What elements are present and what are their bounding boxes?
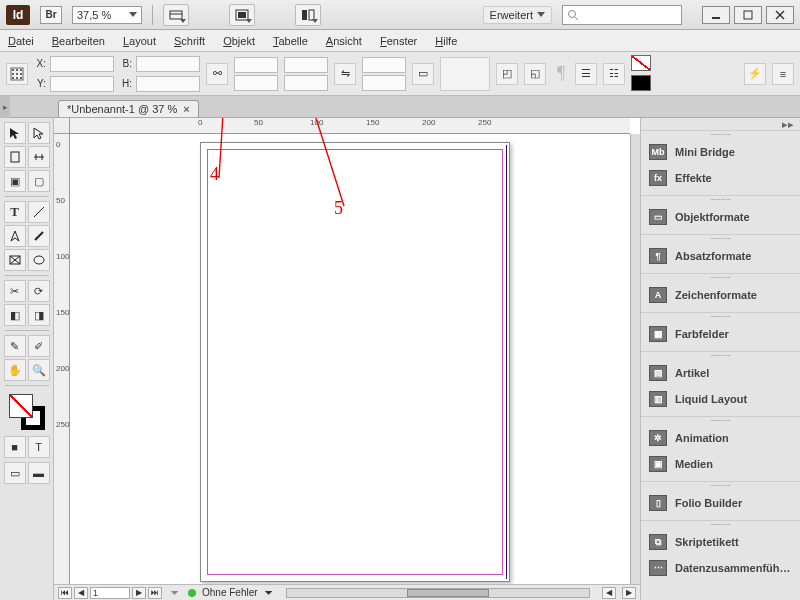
text-wrap-icon[interactable]: ◰: [496, 63, 518, 85]
panel-grip[interactable]: [641, 196, 800, 204]
panel-item[interactable]: ¶Absatzformate: [641, 243, 800, 269]
zoom-tool[interactable]: 🔍: [28, 359, 50, 381]
gradient-feather-tool[interactable]: ◨: [28, 304, 50, 326]
pencil-tool[interactable]: [28, 225, 50, 247]
selection-tool[interactable]: [4, 122, 26, 144]
rectangle-frame-tool[interactable]: [4, 249, 26, 271]
panel-item[interactable]: ▦Farbfelder: [641, 321, 800, 347]
content-placer-tool[interactable]: ▢: [28, 170, 50, 192]
prev-page-button[interactable]: ◀: [74, 587, 88, 599]
menu-layout[interactable]: Layout: [123, 35, 156, 47]
stroke-style-input[interactable]: [362, 75, 406, 91]
distribute-icon[interactable]: ☷: [603, 63, 625, 85]
h-input[interactable]: [136, 76, 200, 92]
preview-button[interactable]: ▬: [28, 462, 50, 484]
scissors-tool[interactable]: ✂: [4, 280, 26, 302]
fill-stroke-swap[interactable]: [9, 394, 45, 430]
menu-file[interactable]: Datei: [8, 35, 34, 47]
menu-type[interactable]: Schrift: [174, 35, 205, 47]
panel-item[interactable]: MbMini Bridge: [641, 139, 800, 165]
page-number-input[interactable]: 1: [90, 587, 130, 599]
panel-grip[interactable]: [641, 352, 800, 360]
document-canvas[interactable]: [70, 134, 630, 584]
arrange-button[interactable]: [295, 4, 321, 26]
close-button[interactable]: [766, 6, 794, 24]
x-input[interactable]: [50, 56, 114, 72]
rectangle-tool[interactable]: [28, 249, 50, 271]
document-tab[interactable]: *Unbenannt-1 @ 37 % ×: [58, 100, 199, 117]
transform-tool[interactable]: ⟳: [28, 280, 50, 302]
stroke-swatch[interactable]: [631, 75, 651, 91]
menu-help[interactable]: Hilfe: [435, 35, 457, 47]
line-tool[interactable]: [28, 201, 50, 223]
w-input[interactable]: [136, 56, 200, 72]
panel-item[interactable]: ▥Liquid Layout: [641, 386, 800, 412]
apply-text-button[interactable]: T: [28, 436, 50, 458]
opacity-group[interactable]: [440, 57, 490, 91]
dock-handle-left[interactable]: ▸: [0, 96, 10, 118]
zoom-select[interactable]: 37,5 %: [72, 6, 142, 24]
last-page-button[interactable]: ⏭: [148, 587, 162, 599]
stroke-weight-input[interactable]: [362, 57, 406, 73]
apply-color-button[interactable]: ■: [4, 436, 26, 458]
menu-view[interactable]: Ansicht: [326, 35, 362, 47]
constrain-icon[interactable]: ⚯: [206, 63, 228, 85]
panel-grip[interactable]: [641, 131, 800, 139]
content-collector-tool[interactable]: ▣: [4, 170, 26, 192]
panel-grip[interactable]: [641, 235, 800, 243]
preflight-menu-icon[interactable]: ⏷: [264, 587, 274, 598]
panel-grip[interactable]: [641, 417, 800, 425]
scroll-left-button[interactable]: ◀: [602, 587, 616, 599]
maximize-button[interactable]: [734, 6, 762, 24]
rotate-input[interactable]: [284, 57, 328, 73]
panel-item[interactable]: ▭Objektformate: [641, 204, 800, 230]
hand-tool[interactable]: ✋: [4, 359, 26, 381]
panel-item[interactable]: ▣Medien: [641, 451, 800, 477]
search-field[interactable]: [562, 5, 682, 25]
view-options-button[interactable]: [163, 4, 189, 26]
panel-item[interactable]: AZeichenformate: [641, 282, 800, 308]
y-input[interactable]: [50, 76, 114, 92]
fill-swatch[interactable]: [631, 55, 651, 71]
effects-icon[interactable]: ▭: [412, 63, 434, 85]
panels-collapse[interactable]: ▸▸: [641, 118, 800, 130]
horizontal-ruler[interactable]: 0 50 100 150 200 250: [70, 118, 630, 134]
panel-grip[interactable]: [641, 274, 800, 282]
pen-tool[interactable]: [4, 225, 26, 247]
gradient-swatch-tool[interactable]: ◧: [4, 304, 26, 326]
menu-table[interactable]: Tabelle: [273, 35, 308, 47]
page[interactable]: [200, 142, 510, 582]
menu-window[interactable]: Fenster: [380, 35, 417, 47]
scale-x-input[interactable]: [234, 57, 278, 73]
screen-mode-button[interactable]: [229, 4, 255, 26]
corner-icon[interactable]: ◱: [524, 63, 546, 85]
panel-grip[interactable]: [641, 482, 800, 490]
vertical-scrollbar[interactable]: [630, 134, 640, 584]
menu-object[interactable]: Objekt: [223, 35, 255, 47]
panel-grip[interactable]: [641, 521, 800, 529]
open-dropdown-icon[interactable]: ⏷: [168, 587, 182, 598]
align-icon[interactable]: ☰: [575, 63, 597, 85]
panel-item[interactable]: ⋯Datenzusammenfüh…: [641, 555, 800, 581]
normal-view-button[interactable]: ▭: [4, 462, 26, 484]
scroll-right-button[interactable]: ▶: [622, 587, 636, 599]
quick-apply-icon[interactable]: ⚡: [744, 63, 766, 85]
flip-h-icon[interactable]: ⇋: [334, 63, 356, 85]
preflight-status[interactable]: Ohne Fehler: [202, 587, 258, 598]
shear-input[interactable]: [284, 75, 328, 91]
panel-item[interactable]: ⧉Skriptetikett: [641, 529, 800, 555]
minimize-button[interactable]: [702, 6, 730, 24]
panel-item[interactable]: ▯Folio Builder: [641, 490, 800, 516]
panel-item[interactable]: fxEffekte: [641, 165, 800, 191]
type-tool[interactable]: T: [4, 201, 26, 223]
panel-item[interactable]: ✲Animation: [641, 425, 800, 451]
ruler-corner[interactable]: [54, 118, 70, 134]
panel-grip[interactable]: [641, 313, 800, 321]
next-page-button[interactable]: ▶: [132, 587, 146, 599]
panel-item[interactable]: ▤Artikel: [641, 360, 800, 386]
note-tool[interactable]: ✎: [4, 335, 26, 357]
control-menu-icon[interactable]: ≡: [772, 63, 794, 85]
horizontal-scrollbar[interactable]: [286, 588, 590, 598]
direct-selection-tool[interactable]: [28, 122, 50, 144]
first-page-button[interactable]: ⏮: [58, 587, 72, 599]
